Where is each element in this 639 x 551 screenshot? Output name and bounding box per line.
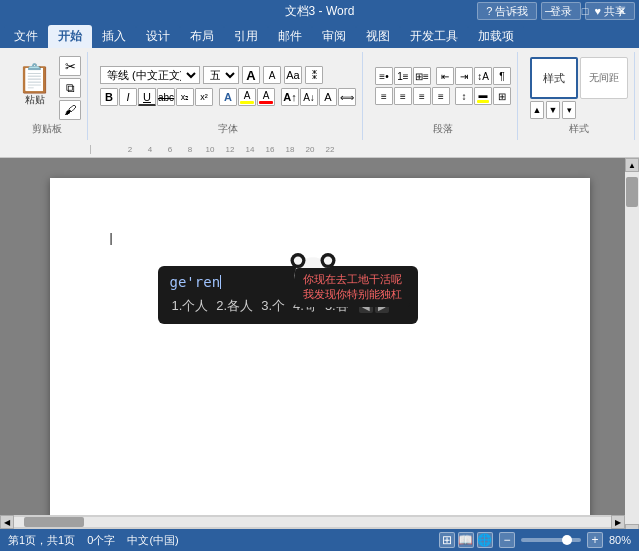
sort-button[interactable]: ↕A (474, 67, 492, 85)
svg-point-4 (323, 256, 331, 264)
page-info: 第1页，共1页 (8, 533, 75, 548)
decrease-indent-button[interactable]: ⇤ (436, 67, 454, 85)
zoom-in-button[interactable]: + (587, 532, 603, 548)
hscroll-right-button[interactable]: ▶ (611, 515, 625, 529)
tab-file[interactable]: 文件 (4, 25, 48, 48)
print-layout-button[interactable]: ⊞ (439, 532, 455, 548)
share-button[interactable]: ♥ 共享 (585, 2, 635, 20)
clear-format-button[interactable]: Aa (284, 66, 302, 84)
paragraph-group: ≡• 1≡ ⊞≡ ⇤ ⇥ ↕A ¶ ≡ ≡ ≡ ≡ ↕ ▬ (369, 52, 518, 140)
tab-layout[interactable]: 布局 (180, 25, 224, 48)
text-highlight2[interactable]: A (319, 88, 337, 106)
speech-line2: 我发现你特别能独杠 (303, 287, 402, 302)
login-button[interactable]: 登录 (541, 2, 581, 20)
zoom-slider[interactable] (521, 538, 581, 542)
shading-button[interactable]: ▬ (474, 87, 492, 105)
cut-button[interactable]: ✂ (59, 56, 81, 76)
candidate-3[interactable]: 3.个 (259, 296, 287, 316)
vertical-scrollbar: ▲ ▼ (625, 158, 639, 538)
style-scroll-up[interactable]: ▲ (530, 101, 544, 119)
highlight-button[interactable]: A (238, 88, 256, 106)
candidate-1[interactable]: 1.个人 (170, 296, 211, 316)
ribbon-content: 📋 粘贴 ✂ ⧉ 🖌 剪贴板 等线 (中文正文) 五号 A A (0, 48, 639, 142)
numbering-button[interactable]: 1≡ (394, 67, 412, 85)
list-row: ≡• 1≡ ⊞≡ ⇤ ⇥ ↕A ¶ (375, 67, 511, 85)
subscript-button[interactable]: x₂ (176, 88, 194, 106)
align-right-button[interactable]: ≡ (413, 87, 431, 105)
tab-insert[interactable]: 插入 (92, 25, 136, 48)
document-page[interactable]: | (50, 178, 590, 518)
format-row: B I U abc x₂ x² A A A (100, 88, 356, 106)
strikethrough-button[interactable]: abc (157, 88, 175, 106)
italic-button[interactable]: I (119, 88, 137, 106)
align-left-button[interactable]: ≡ (375, 87, 393, 105)
style-expand[interactable]: ▾ (562, 101, 576, 119)
scroll-up-button[interactable]: ▲ (625, 158, 639, 172)
multilevel-list-button[interactable]: ⊞≡ (413, 67, 431, 85)
font-options-button[interactable]: ⁑ (305, 66, 323, 84)
hscroll-thumb[interactable] (24, 517, 84, 527)
zoom-level: 80% (609, 534, 631, 546)
ime-cursor (220, 275, 221, 289)
ime-box: 你现在去工地干活呢 我发现你特别能独杠 ge'ren 1.个人 2.各人 3.个… (158, 266, 418, 324)
no-spacing-style-button[interactable]: 无间距 (580, 57, 628, 99)
candidate-2[interactable]: 2.各人 (214, 296, 255, 316)
align-center-button[interactable]: ≡ (394, 87, 412, 105)
style-content: 样式 无间距 ▲ ▼ ▾ (530, 52, 628, 120)
document-title: 文档3 - Word (285, 3, 355, 20)
border-button[interactable]: ⊞ (493, 87, 511, 105)
increase-indent-button[interactable]: ⇥ (455, 67, 473, 85)
paste-button[interactable]: 📋 粘贴 (12, 62, 57, 110)
tab-design[interactable]: 设计 (136, 25, 180, 48)
status-right: ⊞ 📖 🌐 − + 80% (439, 532, 631, 548)
horizontal-scrollbar: ◀ ▶ (0, 515, 625, 529)
view-buttons: ⊞ 📖 🌐 (439, 532, 493, 548)
tab-view[interactable]: 视图 (356, 25, 400, 48)
bullets-button[interactable]: ≡• (375, 67, 393, 85)
font-size-select[interactable]: 五号 (203, 66, 239, 84)
font-color-button[interactable]: A (257, 88, 275, 106)
text-effect-button[interactable]: A (219, 88, 237, 106)
copy-button[interactable]: ⧉ (59, 78, 81, 98)
tab-home[interactable]: 开始 (48, 25, 92, 48)
justify-button[interactable]: ≡ (432, 87, 450, 105)
font-label: 字体 (218, 122, 238, 136)
tab-addins[interactable]: 加载项 (468, 25, 524, 48)
superscript-button[interactable]: x² (195, 88, 213, 106)
decrease-font-button[interactable]: A (263, 66, 281, 84)
tab-references[interactable]: 引用 (224, 25, 268, 48)
scroll-track[interactable] (625, 172, 639, 524)
underline-button[interactable]: U (138, 88, 156, 106)
top-right-buttons: ? 告诉我 登录 ♥ 共享 (477, 0, 635, 22)
char-spacing-button[interactable]: ⟺ (338, 88, 356, 106)
scroll-thumb[interactable] (626, 177, 638, 207)
read-mode-button[interactable]: 📖 (458, 532, 474, 548)
tab-mailings[interactable]: 邮件 (268, 25, 312, 48)
font-size-up2[interactable]: A↑ (281, 88, 299, 106)
line-spacing-button[interactable]: ↕ (455, 87, 473, 105)
ruler-marker (90, 145, 120, 154)
language: 中文(中国) (127, 533, 178, 548)
web-layout-button[interactable]: 🌐 (477, 532, 493, 548)
tell-me-button[interactable]: ? 告诉我 (477, 2, 537, 20)
show-marks-button[interactable]: ¶ (493, 67, 511, 85)
zoom-out-button[interactable]: − (499, 532, 515, 548)
font-size-dn2[interactable]: A↓ (300, 88, 318, 106)
increase-font-button[interactable]: A (242, 66, 260, 84)
panda-speech: 你现在去工地干活呢 我发现你特别能独杠 (295, 268, 410, 307)
status-bar: 第1页，共1页 0个字 中文(中国) ⊞ 📖 🌐 − + 80% (0, 529, 639, 551)
style-scroll-down[interactable]: ▼ (546, 101, 560, 119)
normal-style-button[interactable]: 样式 (530, 57, 578, 99)
tab-developer[interactable]: 开发工具 (400, 25, 468, 48)
font-name-select[interactable]: 等线 (中文正文) (100, 66, 200, 84)
tab-review[interactable]: 审阅 (312, 25, 356, 48)
document-area: | (0, 158, 639, 538)
ime-popup: 你现在去工地干活呢 我发现你特别能独杠 ge'ren 1.个人 2.各人 3.个… (158, 266, 418, 324)
format-painter-button[interactable]: 🖌 (59, 100, 81, 120)
clipboard-label: 剪贴板 (32, 122, 62, 136)
clipboard-content: 📋 粘贴 ✂ ⧉ 🖌 (12, 52, 81, 120)
hscroll-left-button[interactable]: ◀ (0, 515, 14, 529)
bold-button[interactable]: B (100, 88, 118, 106)
hscroll-track[interactable] (14, 517, 611, 527)
zoom-slider-thumb[interactable] (562, 535, 572, 545)
